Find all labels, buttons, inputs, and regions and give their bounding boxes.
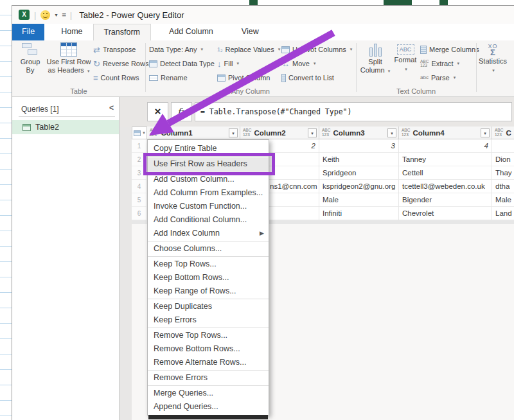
column-header-column4[interactable]: ABC123 Column4 ▾ [399,127,492,139]
menu-separator [148,299,269,299]
grid-cell[interactable] [492,139,514,153]
table-select-button[interactable]: ▾ [132,127,147,139]
grid-cell[interactable]: Chevrolet [399,207,492,220]
move-button[interactable]: ↔ Move▾ [281,57,315,70]
split-column-button[interactable]: Split Column ▾ [360,42,391,75]
menu-item-use-first-row-as-headers[interactable]: Use First Row as Headers [148,157,269,171]
menu-item-add-column-from-examples[interactable]: Add Column From Examples... [148,186,269,200]
menu-item-keep-duplicates[interactable]: Keep Duplicates [148,300,269,313]
menu-item-copy-entire-table[interactable]: Copy Entire Table [148,142,269,155]
row-number[interactable]: 1 [132,139,147,153]
grid-cell[interactable]: kspridgeon2@gnu.org [319,180,399,193]
menu-item-merge-queries[interactable]: Merge Queries... [148,387,269,400]
unpivot-columns-button[interactable]: Unpivot Columns▾ [281,43,352,56]
filter-dropdown-icon[interactable]: ▾ [387,128,396,137]
group-by-icon [22,42,39,57]
grid-left-margin [120,127,132,420]
query-table-icon [22,124,31,131]
transpose-button[interactable]: ⇄ Transpose [93,43,136,56]
detect-data-type-button[interactable]: Detect Data Type [149,57,215,70]
pivot-column-button[interactable]: Pivot Column [217,71,270,84]
grid-cell[interactable]: 3 [319,139,399,153]
grid-cell[interactable]: Cettell [399,166,492,180]
fill-button[interactable]: ↓ Fill▾ [217,57,239,70]
menu-item-remove-alternate-rows[interactable]: Remove Alternate Rows... [148,356,269,369]
divider [19,116,115,117]
menu-item-keep-errors[interactable]: Keep Errors [148,313,269,327]
filter-dropdown-icon[interactable]: ▾ [229,128,238,137]
ribbon-group-number-column: ΧΟΣ Statistics▾ Sta [476,40,514,97]
tab-add-column[interactable]: Add Column [159,24,224,40]
grid-cell[interactable]: Land [492,207,514,220]
filter-dropdown-icon[interactable]: ▾ [481,128,490,137]
grid-cell[interactable]: Male [492,193,514,207]
tab-file[interactable]: File [12,24,44,40]
grid-cell[interactable]: Bigender [399,193,492,207]
tab-home[interactable]: Home [51,24,93,40]
menu-item-keep-bottom-rows[interactable]: Keep Bottom Rows... [148,271,269,284]
menu-item-keep-top-rows[interactable]: Keep Top Rows... [148,258,269,271]
menu-item-invoke-custom-function[interactable]: Invoke Custom Function... [148,200,269,213]
grid-cell[interactable]: 4 [399,139,492,153]
reverse-rows-button[interactable]: ↻ Reverse Rows [93,57,148,70]
column-header-column3[interactable]: ABC123 Column3 ▾ [319,127,399,139]
rename-icon [149,75,158,81]
first-row-headers-icon [60,42,77,57]
menu-item-keep-range-of-rows[interactable]: Keep Range of Rows... [148,284,269,298]
menu-item-append-queries[interactable]: Append Queries... [148,400,269,414]
grid-cell[interactable]: Dion [492,153,514,166]
merge-columns-button[interactable]: Merge Columns [420,43,479,56]
data-type-badge: ABC123 [150,128,158,137]
row-number[interactable]: 4 [132,180,147,193]
smiley-dropdown-caret[interactable]: ▾ [55,12,57,18]
column-header-column1[interactable]: ABC123 Column1 ▾ [147,127,240,139]
extract-button[interactable]: ABC123 Extract▾ [420,57,459,70]
menu-item-choose-columns[interactable]: Choose Columns... [148,242,269,256]
formula-bar: × fx = Table.Transpose(#"Changed Type") [120,97,514,127]
statistics-button[interactable]: ΧΟΣ Statistics▾ [477,42,508,74]
tab-view[interactable]: View [231,24,269,40]
split-column-icon [369,42,382,57]
grid-cell[interactable]: Thay [492,166,514,180]
column-header-column5-partial[interactable]: ABC123 C [492,127,514,139]
cancel-formula-button[interactable]: × [147,102,168,121]
rename-button[interactable]: Rename [149,71,188,84]
feedback-smiley-icon[interactable] [40,10,50,20]
row-number[interactable]: 2 [132,153,147,166]
use-first-row-as-headers-button[interactable]: Use First Row as Headers ▾ [46,42,92,75]
quick-access-toolbar-icon[interactable]: = [62,11,65,19]
parse-button[interactable]: abc Parse▾ [420,71,456,84]
row-number[interactable]: 6 [132,207,147,220]
menu-item-add-index-column[interactable]: Add Index Column ▶ [148,227,269,240]
grid-cell[interactable]: dtha [492,180,514,193]
grid-cell[interactable]: Male [319,193,399,207]
column-header-column2[interactable]: ABC123 Column2 ▾ [240,127,319,139]
transpose-icon: ⇄ [93,45,100,55]
menu-item-remove-errors[interactable]: Remove Errors [148,371,269,385]
replace-values-button[interactable]: 1₂ Replace Values▾ [217,43,280,56]
tab-transform[interactable]: Transform [93,24,152,40]
grid-cell[interactable]: Spridgeon [319,166,399,180]
filter-dropdown-icon[interactable]: ▾ [308,128,317,137]
data-type-button[interactable]: Data Type: Any▾ [149,43,203,56]
row-number[interactable]: 5 [132,193,147,207]
menu-item-add-custom-column[interactable]: Add Custom Column... [148,173,269,186]
collapse-pane-icon[interactable]: < [109,103,114,112]
menu-item-remove-top-rows[interactable]: Remove Top Rows... [148,329,269,342]
group-by-button[interactable]: Group By [16,42,44,74]
format-button[interactable]: ABC Format▾ [392,42,419,73]
grid-cell[interactable]: Infiniti [319,207,399,220]
background-artifact [249,0,258,5]
query-item-table2[interactable]: Table2 [12,120,119,134]
row-number[interactable]: 3 [132,166,147,180]
convert-to-list-button[interactable]: Convert to List [281,71,334,84]
grid-cell[interactable]: tcettell3@webeden.co.uk [399,180,492,193]
menu-separator [148,256,269,257]
grid-cell[interactable]: Keith [319,153,399,166]
formula-input[interactable]: = Table.Transpose(#"Changed Type") [195,102,512,121]
count-rows-button[interactable]: ≡ Count Rows [93,71,139,84]
menu-item-add-conditional-column[interactable]: Add Conditional Column... [148,213,269,227]
menu-item-remove-bottom-rows[interactable]: Remove Bottom Rows... [148,342,269,356]
standard-button-partial[interactable]: Sta [510,42,514,66]
grid-cell[interactable]: Tanney [399,153,492,166]
